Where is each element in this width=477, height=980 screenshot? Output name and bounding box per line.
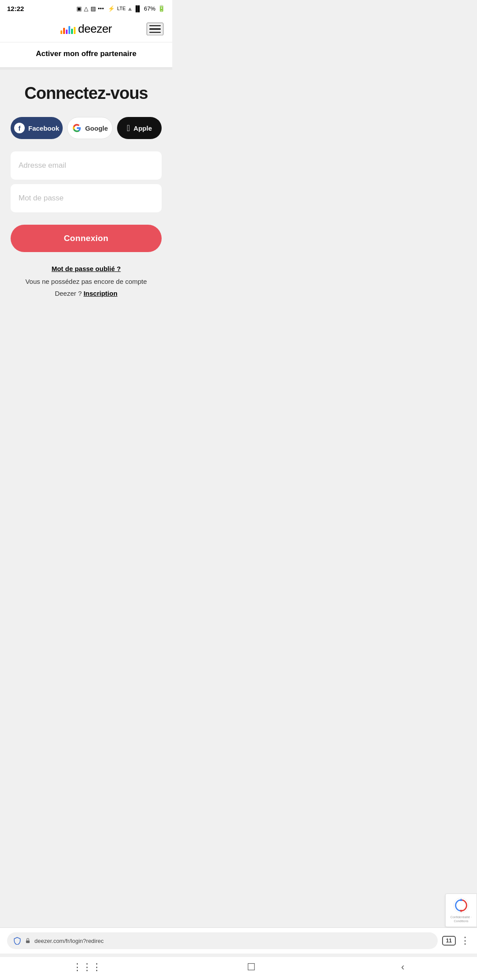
more-icon: ••• (98, 5, 104, 12)
apple-icon:  (127, 123, 130, 133)
google-icon (72, 123, 82, 133)
bar-2 (63, 28, 65, 34)
forgot-password-link[interactable]: Mot de passe oublié ? (11, 263, 162, 275)
apple-btn-label: Apple (133, 124, 152, 132)
url-container[interactable]: deezer.com/fr/login?redirec (7, 932, 172, 949)
facebook-icon: f (14, 123, 25, 133)
social-buttons-row: f Facebook Google  Apple (11, 117, 162, 139)
bar-4 (68, 26, 70, 34)
bar-5 (71, 29, 73, 34)
lock-icon (25, 938, 31, 944)
deezer-logo: deezer (61, 22, 112, 36)
header: deezer (0, 16, 172, 42)
bluetooth-icon: ⚡ (108, 5, 115, 12)
apple-login-button[interactable]:  Apple (117, 117, 162, 139)
google-login-button[interactable]: Google (67, 117, 113, 139)
login-container: Connectez-vous f Facebook Google  Apple (0, 70, 172, 310)
nav-bar: ⋮⋮⋮ ☐ ‹ (0, 957, 172, 980)
signal-icon: ▐▌ (134, 5, 142, 12)
google-btn-label: Google (85, 124, 108, 132)
no-account-text: Vous ne possédez pas encore de compte De… (25, 278, 147, 297)
hamburger-line-2 (149, 28, 161, 30)
hamburger-line-1 (149, 25, 161, 26)
facebook-btn-label: Facebook (28, 124, 59, 132)
browser-address-bar: deezer.com/fr/login?redirec 11 ⋮ (0, 927, 172, 954)
status-time: 12:22 (7, 5, 24, 12)
partner-banner-text: Activer mon offre partenaire (36, 49, 136, 58)
nav-menu-icon[interactable]: ⋮⋮⋮ (72, 961, 102, 973)
hamburger-line-3 (149, 32, 161, 33)
battery-icon: 🔋 (158, 5, 165, 12)
login-title: Connectez-vous (11, 84, 162, 103)
battery-level: 67% (144, 5, 155, 12)
wifi-icon: ⟁ (128, 5, 132, 12)
status-bar: 12:22 ▣ △ ▨ ••• ⚡ LTE ⟁ ▐▌ 67% 🔋 (0, 0, 172, 16)
url-text: deezer.com/fr/login?redirec (34, 938, 104, 944)
signup-link[interactable]: Inscription (83, 290, 117, 297)
svg-rect-3 (26, 940, 30, 943)
login-button[interactable]: Connexion (11, 225, 162, 252)
login-btn-label: Connexion (64, 234, 109, 243)
bar-1 (61, 30, 62, 34)
bar-3 (66, 30, 68, 34)
password-input[interactable] (11, 184, 162, 212)
bar-6 (74, 27, 76, 34)
status-icons: ▣ △ ▨ ••• ⚡ LTE ⟁ ▐▌ 67% 🔋 (76, 5, 165, 12)
deezer-logo-text: deezer (78, 22, 112, 36)
browser-toolbar: deezer.com/fr/login?redirec 11 ⋮ (0, 927, 172, 954)
email-input[interactable] (11, 151, 162, 180)
partner-banner: Activer mon offre partenaire (0, 42, 172, 70)
image-icon: ▨ (91, 5, 96, 12)
sonos-icon: ▣ (76, 5, 82, 12)
lte-icon: LTE (117, 6, 125, 11)
shield-icon (13, 937, 21, 945)
cloud-icon: △ (84, 5, 88, 12)
deezer-logo-bars (61, 24, 76, 34)
facebook-login-button[interactable]: f Facebook (11, 117, 63, 139)
hamburger-menu-button[interactable] (147, 23, 163, 36)
footer-links: Mot de passe oublié ? Vous ne possédez p… (11, 263, 162, 299)
